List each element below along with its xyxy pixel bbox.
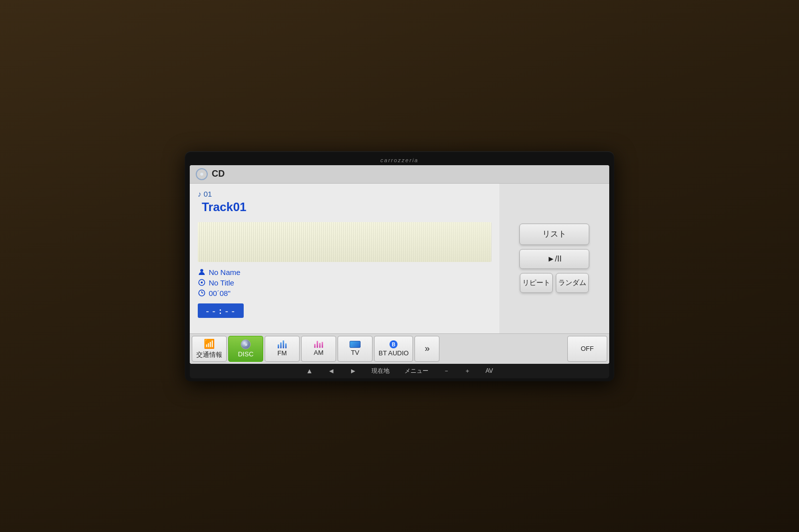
disc-small-icon	[198, 278, 206, 286]
tab-koutsuu[interactable]: 📶 交通情報	[192, 336, 227, 362]
repeat-button[interactable]: リピート	[520, 273, 553, 293]
tv-icon	[350, 341, 361, 348]
menu-label: メニュー	[404, 367, 428, 375]
minus-icon: －	[443, 367, 449, 375]
track-number: ♪ 01	[198, 190, 491, 198]
artist-name: No Name	[209, 268, 240, 276]
genzaichi-button[interactable]: 現在地	[372, 367, 390, 375]
artist-row: No Name	[198, 268, 491, 276]
av-label: AV	[485, 367, 493, 374]
tab-more[interactable]: »	[414, 336, 439, 362]
plus-button[interactable]: ＋	[464, 367, 470, 375]
play-pause-button[interactable]: ►/II	[519, 249, 589, 269]
more-icon: »	[424, 343, 429, 354]
genzaichi-label: 現在地	[372, 367, 390, 375]
eject-icon: ▲	[306, 367, 313, 375]
time-display: --:--	[198, 303, 244, 318]
brand-label: carrozzeria	[190, 156, 609, 165]
waveform-display	[198, 222, 491, 262]
screen-main: ♪ 01 Track01 No Name	[190, 184, 609, 333]
screen-header: CD	[190, 165, 609, 184]
wifi-icon: 📶	[204, 338, 215, 349]
left-panel: ♪ 01 Track01 No Name	[190, 184, 499, 333]
minus-button[interactable]: －	[443, 367, 449, 375]
source-tabs: 📶 交通情報 DISC FM	[190, 333, 609, 364]
car-nav-device: carrozzeria CD ♪ 01 Track01	[185, 151, 614, 381]
fm-icon	[278, 340, 287, 348]
title-row: No Title	[198, 278, 491, 287]
tab-off[interactable]: OFF	[567, 336, 607, 362]
screen: CD ♪ 01 Track01	[190, 165, 609, 364]
svg-point-0	[200, 269, 203, 272]
plus-icon: ＋	[464, 367, 470, 375]
prev-button[interactable]: ◄	[328, 367, 335, 375]
tab-tv[interactable]: TV	[338, 336, 373, 362]
menu-button[interactable]: メニュー	[404, 367, 428, 375]
next-button[interactable]: ►	[350, 367, 357, 375]
tab-am[interactable]: AM	[301, 336, 336, 362]
right-panel: リスト ►/II リピート ランダム	[499, 184, 609, 333]
tab-am-label: AM	[314, 349, 324, 356]
tab-disc[interactable]: DISC	[228, 336, 263, 362]
am-icon	[314, 341, 323, 348]
svg-point-2	[201, 281, 203, 283]
repeat-random-row: リピート ランダム	[520, 273, 589, 293]
track-name: Track01	[202, 200, 491, 214]
hw-controls-bar: ▲ ◄ ► 現在地 メニュー － ＋ AV	[190, 364, 609, 378]
random-button[interactable]: ランダム	[556, 273, 589, 293]
tab-disc-label: DISC	[238, 350, 253, 358]
tab-tv-label: TV	[351, 349, 360, 356]
person-icon	[198, 268, 206, 276]
device-wrapper: carrozzeria CD ♪ 01 Track01	[185, 151, 614, 381]
next-icon: ►	[350, 367, 357, 375]
clock-icon	[198, 289, 206, 297]
list-button[interactable]: リスト	[519, 224, 589, 245]
disc-tab-icon	[241, 339, 251, 349]
duration-row: 00´08"	[198, 289, 491, 297]
track-title: No Title	[209, 278, 234, 287]
bluetooth-icon: B	[390, 340, 398, 348]
tab-bt-label: BT AUDIO	[379, 349, 408, 357]
tab-fm[interactable]: FM	[265, 336, 300, 362]
off-label: OFF	[581, 345, 594, 352]
track-duration: 00´08"	[209, 289, 231, 297]
cd-disc-icon	[196, 168, 208, 180]
tab-bt-audio[interactable]: B BT AUDIO	[374, 336, 413, 362]
tab-fm-label: FM	[278, 349, 287, 357]
eject-button[interactable]: ▲	[306, 367, 313, 375]
prev-icon: ◄	[328, 367, 335, 375]
mode-title: CD	[212, 169, 225, 179]
tab-koutsuu-label: 交通情報	[196, 350, 222, 359]
av-button[interactable]: AV	[485, 367, 493, 374]
